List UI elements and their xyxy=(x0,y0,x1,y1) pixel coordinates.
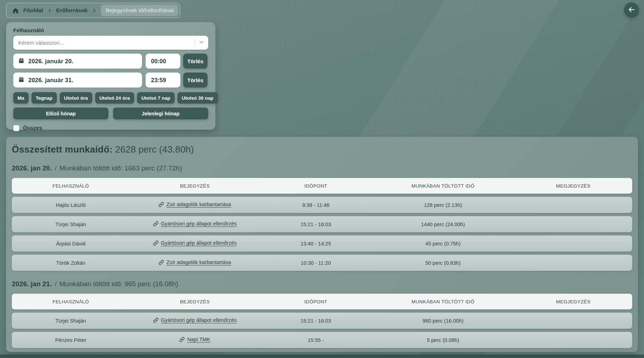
entry-link[interactable]: Gyártósori gép állapot ellenőrzés xyxy=(153,240,237,246)
entry-link-label: Gyártósori gép állapot ellenőrzés xyxy=(161,240,237,246)
column-header-duration: MUNKÁBAN TÖLTÖTT IDŐ xyxy=(372,183,514,189)
date-from-row: 2026. január 20. 00:00 Törlés xyxy=(13,54,208,69)
entry-link[interactable]: Gyártósori gép állapot ellenőrzés xyxy=(153,221,237,227)
user-select[interactable]: Kérem válasszon... xyxy=(13,36,208,50)
all-checkbox-row[interactable]: Összes xyxy=(13,125,208,131)
day-date: 2026. jan 21. xyxy=(12,280,52,288)
column-header-user: FELHASZNÁLÓ xyxy=(12,299,130,304)
chevron-right-icon xyxy=(92,8,97,13)
cell-time: 15:55 - xyxy=(260,337,372,343)
cell-user: Árpási Dávid xyxy=(12,241,130,247)
back-button[interactable] xyxy=(624,3,639,18)
quick-button-tegnap[interactable]: Tegnap xyxy=(31,92,57,104)
current-month-button[interactable]: Jelenlegi hónap xyxy=(113,108,208,119)
cell-duration: 45 perc (0.75h) xyxy=(372,241,514,247)
day-separator: / xyxy=(55,280,57,288)
table-row: Türjei Shaján Gyártósori gép állapot ell… xyxy=(12,313,632,329)
entries-table-day2: FELHASZNÁLÓ BEJEGYZÉS IDŐPONT MUNKÁBAN T… xyxy=(12,294,632,348)
date-from-value: 2026. január 20. xyxy=(28,58,73,65)
date-to-value: 2026. január 31. xyxy=(28,77,73,84)
cell-user: Török Zoltán xyxy=(12,260,130,266)
column-header-time: IDŐPONT xyxy=(260,183,372,189)
breadcrumb-item-current: Bejegyzések időráfordításai xyxy=(101,5,178,16)
user-select-placeholder: Kérem válasszon... xyxy=(18,40,195,46)
day-section-header: 2026. jan 21. / Munkában töltött idő: 96… xyxy=(12,280,632,288)
cell-duration: 128 perc (2.13h) xyxy=(372,202,514,208)
total-worktime-label: Összesített munkaidő: xyxy=(12,144,113,155)
entry-link-label: Gyártósori gép állapot ellenőrzés xyxy=(161,221,237,227)
total-worktime-value: 2628 perc (43.80h) xyxy=(115,144,194,155)
previous-month-button[interactable]: Előző hónap xyxy=(13,108,108,119)
entry-link-label: Napi TMK xyxy=(187,337,210,342)
calendar-icon xyxy=(18,58,24,65)
calendar-icon xyxy=(18,76,24,84)
all-checkbox-label: Összes xyxy=(23,125,42,131)
date-from-input[interactable]: 2026. január 20. xyxy=(13,54,142,69)
date-to-input[interactable]: 2026. január 31. xyxy=(13,73,142,88)
entries-table-day1: FELHASZNÁLÓ BEJEGYZÉS IDŐPONT MUNKÁBAN T… xyxy=(12,178,632,271)
clear-from-button[interactable]: Törlés xyxy=(183,54,208,69)
breadcrumb: Főoldal Erőforrások Bejegyzések időráfor… xyxy=(6,3,180,18)
breadcrumb-item-fooldal[interactable]: Főoldal xyxy=(23,7,43,14)
day-date: 2026. jan 20. xyxy=(12,164,52,172)
time-from-input[interactable]: 00:00 xyxy=(146,54,180,69)
quick-button-utolso-24-ora[interactable]: Utolsó 24 óra xyxy=(95,92,135,104)
column-header-duration: MUNKÁBAN TÖLTÖTT IDŐ xyxy=(372,299,514,304)
table-row: Türjei Shaján Gyártósori gép állapot ell… xyxy=(12,216,632,232)
table-row: Pénzes Péter Napi TMK 15:55 - 5 perc (0.… xyxy=(12,332,632,348)
cell-time: 15:21 - 16:03 xyxy=(260,318,372,324)
month-buttons: Előző hónap Jelenlegi hónap xyxy=(13,108,208,119)
entry-link-label: Zsír adagolók karbantartása xyxy=(166,202,231,207)
quick-button-ma[interactable]: Ma xyxy=(13,92,29,104)
arrow-left-icon xyxy=(628,6,635,15)
day-worked-time: Munkában töltött idő: 1663 perc (27.72h) xyxy=(59,164,182,172)
column-header-time: IDŐPONT xyxy=(260,299,372,304)
table-row: Hajós László Zsír adagolók karbantartása… xyxy=(12,197,632,213)
column-header-entry: BEJEGYZÉS xyxy=(130,299,260,304)
quick-button-utolso-ora[interactable]: Utolsó óra xyxy=(60,92,92,104)
quick-button-utolso-7-nap[interactable]: Utolsó 7 nap xyxy=(137,92,175,104)
entry-link[interactable]: Gyártósori gép állapot ellenőrzés xyxy=(153,317,237,323)
entry-link[interactable]: Napi TMK xyxy=(179,337,210,342)
column-header-user: FELHASZNÁLÓ xyxy=(12,183,130,189)
all-checkbox[interactable] xyxy=(13,125,19,131)
chevron-down-icon[interactable] xyxy=(198,39,205,47)
cell-time: 10:30 - 11:20 xyxy=(260,260,372,266)
cell-duration: 5 perc (0.08h) xyxy=(372,337,514,343)
day-worked-time: Munkában töltött idő: 965 perc (16.08h) xyxy=(59,280,178,288)
total-worktime-summary: Összesített munkaidő: 2628 perc (43.80h) xyxy=(12,144,632,155)
entry-link[interactable]: Zsír adagolók karbantartása xyxy=(158,202,231,207)
chevron-right-icon xyxy=(47,8,52,13)
day-section-header: 2026. jan 20. / Munkában töltött idő: 16… xyxy=(12,164,632,172)
quick-range-buttons: Ma Tegnap Utolsó óra Utolsó 24 óra Utols… xyxy=(13,92,208,104)
cell-time: 15:21 - 16:03 xyxy=(260,222,372,227)
day-separator: / xyxy=(55,164,57,172)
home-icon[interactable] xyxy=(12,7,19,14)
cell-user: Hajós László xyxy=(12,202,130,208)
cell-user: Türjei Shaján xyxy=(12,318,130,324)
filter-panel: Felhasználó Kérem válasszon... 2026. jan… xyxy=(6,22,215,130)
results-panel: Összesített munkaidő: 2628 perc (43.80h)… xyxy=(6,137,638,352)
table-header-row: FELHASZNÁLÓ BEJEGYZÉS IDŐPONT MUNKÁBAN T… xyxy=(12,294,632,309)
column-header-entry: BEJEGYZÉS xyxy=(130,183,260,189)
date-to-row: 2026. január 31. 23:59 Törlés xyxy=(13,73,208,88)
breadcrumb-item-eroforrasok[interactable]: Erőforrások xyxy=(56,7,88,14)
cell-duration: 1440 perc (24.00h) xyxy=(372,222,514,227)
time-to-input[interactable]: 23:59 xyxy=(146,73,180,88)
bottom-panel-edge xyxy=(0,354,644,358)
cell-time: 9:38 - 11:46 xyxy=(260,202,372,208)
select-divider xyxy=(195,39,195,47)
column-header-note: MEGJEGYZÉS xyxy=(514,299,632,304)
cell-user: Pénzes Péter xyxy=(12,337,130,343)
quick-button-utolso-30-nap[interactable]: Utolsó 30 nap xyxy=(177,92,218,104)
cell-duration: 960 perc (16.00h) xyxy=(372,318,514,324)
entry-link-label: Zsír adagolók karbantartása xyxy=(166,259,231,265)
entry-link[interactable]: Zsír adagolók karbantartása xyxy=(158,259,231,265)
entry-link-label: Gyártósori gép állapot ellenőrzés xyxy=(161,317,237,323)
clear-to-button[interactable]: Törlés xyxy=(183,73,208,88)
table-header-row: FELHASZNÁLÓ BEJEGYZÉS IDŐPONT MUNKÁBAN T… xyxy=(12,178,632,194)
column-header-note: MEGJEGYZÉS xyxy=(514,183,632,189)
cell-user: Türjei Shaján xyxy=(12,222,130,227)
cell-time: 13:40 - 14:25 xyxy=(260,241,372,247)
user-select-label: Felhasználó xyxy=(13,27,208,33)
